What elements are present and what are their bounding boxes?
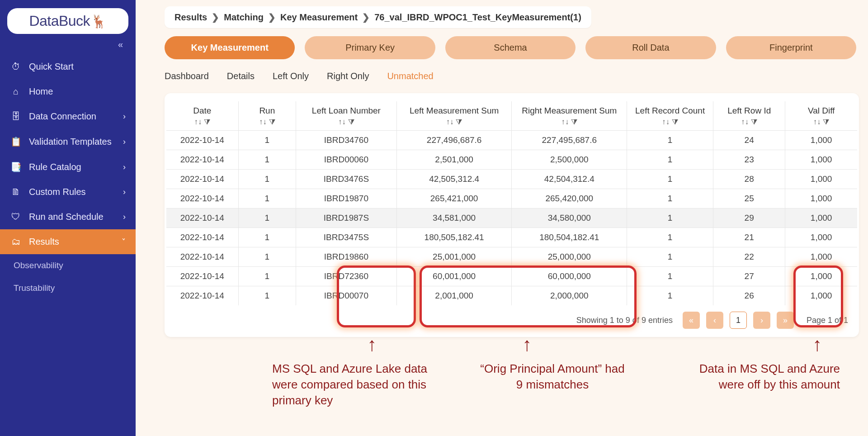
pagination-next-button[interactable]: › <box>753 312 770 329</box>
pill-tab-schema[interactable]: Schema <box>445 36 576 59</box>
table-row[interactable]: 2022-10-141IBRD000602,501,0002,500,00012… <box>166 150 857 170</box>
subtab-dashboard[interactable]: Dashboard <box>165 71 209 81</box>
table-cell: 34,580,000 <box>512 209 627 228</box>
table-cell: 265,421,000 <box>396 189 512 209</box>
pagination-prev-button[interactable]: ‹ <box>706 312 723 329</box>
sidebar-item-validation-templates[interactable]: 📋Validation Templates› <box>0 129 136 154</box>
annotation-text: “Orig Principal Amount” had 9 mismatches <box>476 361 629 393</box>
sidebar-item-rule-catalog[interactable]: 📑Rule Catalog› <box>0 154 136 180</box>
column-header[interactable]: Date↑↓ ⧩ <box>166 101 238 131</box>
table-cell: IBRD3475S <box>296 228 396 247</box>
table-cell: 1 <box>627 170 713 189</box>
column-header-label: Left Row Id <box>716 106 782 116</box>
table-row[interactable]: 2022-10-141IBRD1987S34,581,00034,580,000… <box>166 209 857 228</box>
table-cell: 2,000,000 <box>512 286 627 306</box>
table-cell: 1 <box>627 267 713 286</box>
table-cell: 2022-10-14 <box>166 228 238 247</box>
column-header[interactable]: Right Measurement Sum↑↓ ⧩ <box>512 101 627 131</box>
subtab-unmatched[interactable]: Unmatched <box>387 71 433 81</box>
sidebar-subitem-observability[interactable]: Observability <box>0 254 136 277</box>
table-cell: 2022-10-14 <box>166 131 238 150</box>
table-cell: 1 <box>238 209 296 228</box>
column-header[interactable]: Left Record Count↑↓ ⧩ <box>627 101 713 131</box>
column-header[interactable]: Val Diff↑↓ ⧩ <box>785 101 857 131</box>
pill-tabs: Key MeasurementPrimary KeySchemaRoll Dat… <box>165 36 856 59</box>
sort-filter-icon[interactable]: ↑↓ ⧩ <box>400 118 509 127</box>
table-cell: IBRD19860 <box>296 247 396 267</box>
table-row[interactable]: 2022-10-141IBRD000702,001,0002,000,00012… <box>166 286 857 306</box>
sidebar-item-label: Run and Schedule <box>29 212 104 222</box>
sidebar-item-results[interactable]: 🗂Results˅ <box>0 229 136 254</box>
table-cell: 1 <box>627 131 713 150</box>
subtab-left-only[interactable]: Left Only <box>273 71 309 81</box>
pill-tab-key-measurement[interactable]: Key Measurement <box>165 36 295 59</box>
table-footer: Showing 1 to 9 of 9 entries « ‹ 1 › » Pa… <box>166 305 857 329</box>
table-cell: 227,496,687.6 <box>396 131 512 150</box>
database-icon: 🗄 <box>10 111 22 122</box>
table-cell: 24 <box>713 131 785 150</box>
table-cell: 21 <box>713 228 785 247</box>
sidebar-item-custom-rules[interactable]: 🗎Custom Rules› <box>0 180 136 204</box>
table-cell: 180,504,182.41 <box>512 228 627 247</box>
breadcrumb-item[interactable]: Key Measurement <box>280 12 358 23</box>
table-cell: 1,000 <box>785 286 857 306</box>
table-cell: IBRD1987S <box>296 209 396 228</box>
breadcrumb: Results❯Matching❯Key Measurement❯76_val_… <box>165 6 591 28</box>
table-cell: 2022-10-14 <box>166 209 238 228</box>
sort-filter-icon[interactable]: ↑↓ ⧩ <box>241 118 293 127</box>
subtab-right-only[interactable]: Right Only <box>327 71 369 81</box>
pagination-last-button[interactable]: » <box>777 312 794 329</box>
logo-text: DataBuck🦌 <box>29 13 106 29</box>
column-header-label: Left Loan Number <box>299 106 394 116</box>
subtab-details[interactable]: Details <box>227 71 255 81</box>
table-cell: 1 <box>238 247 296 267</box>
sidebar-item-home[interactable]: ⌂Home <box>0 79 136 104</box>
shield-icon: 🛡 <box>10 212 22 222</box>
sidebar-item-quick-start[interactable]: ⏱Quick Start <box>0 54 136 79</box>
sort-filter-icon[interactable]: ↑↓ ⧩ <box>514 118 624 127</box>
table-row[interactable]: 2022-10-141IBRD3476S42,505,312.442,504,3… <box>166 170 857 189</box>
table-cell: 1,000 <box>785 267 857 286</box>
table-row[interactable]: 2022-10-141IBRD34760227,496,687.6227,495… <box>166 131 857 150</box>
sidebar-item-run-and-schedule[interactable]: 🛡Run and Schedule› <box>0 204 136 229</box>
column-header[interactable]: Left Measurement Sum↑↓ ⧩ <box>396 101 512 131</box>
sort-filter-icon[interactable]: ↑↓ ⧩ <box>299 118 394 127</box>
home-icon: ⌂ <box>10 86 22 97</box>
sort-filter-icon[interactable]: ↑↓ ⧩ <box>169 118 236 127</box>
pill-tab-primary-key[interactable]: Primary Key <box>305 36 435 59</box>
column-header[interactable]: Left Loan Number↑↓ ⧩ <box>296 101 396 131</box>
pill-tab-fingerprint[interactable]: Fingerprint <box>726 36 856 59</box>
sort-filter-icon[interactable]: ↑↓ ⧩ <box>630 118 710 127</box>
sidebar-subitem-trustability[interactable]: Trustability <box>0 277 136 299</box>
logo: DataBuck🦌 <box>7 8 128 34</box>
table-row[interactable]: 2022-10-141IBRD3475S180,505,182.41180,50… <box>166 228 857 247</box>
table-row[interactable]: 2022-10-141IBRD7236060,001,00060,000,000… <box>166 267 857 286</box>
breadcrumb-item[interactable]: Results <box>175 12 207 23</box>
table-cell: 42,504,312.4 <box>512 170 627 189</box>
table-cell: 27 <box>713 267 785 286</box>
sidebar-item-data-connection[interactable]: 🗄Data Connection› <box>0 104 136 129</box>
sort-filter-icon[interactable]: ↑↓ ⧩ <box>788 118 854 127</box>
catalog-icon: 📑 <box>10 161 22 172</box>
sidebar-collapse-button[interactable]: « <box>0 38 136 54</box>
table-row[interactable]: 2022-10-141IBRD1986025,001,00025,000,000… <box>166 247 857 267</box>
breadcrumb-item[interactable]: Matching <box>224 12 264 23</box>
sidebar-item-label: Results <box>29 237 59 247</box>
table-cell: 26 <box>713 286 785 306</box>
table-cell: 1 <box>238 228 296 247</box>
column-header[interactable]: Left Row Id↑↓ ⧩ <box>713 101 785 131</box>
pagination-info: Showing 1 to 9 of 9 entries <box>576 316 673 325</box>
column-header-label: Val Diff <box>788 106 854 116</box>
column-header[interactable]: Run↑↓ ⧩ <box>238 101 296 131</box>
pagination-first-button[interactable]: « <box>683 312 700 329</box>
table-cell: 1 <box>238 150 296 170</box>
table-cell: 28 <box>713 170 785 189</box>
table-cell: 1 <box>627 189 713 209</box>
breadcrumb-separator-icon: ❯ <box>212 12 219 23</box>
table-cell: 1,000 <box>785 170 857 189</box>
table-cell: 1 <box>238 286 296 306</box>
pill-tab-roll-data[interactable]: Roll Data <box>585 36 716 59</box>
chevron-right-icon: › <box>123 212 126 222</box>
sort-filter-icon[interactable]: ↑↓ ⧩ <box>716 118 782 127</box>
table-row[interactable]: 2022-10-141IBRD19870265,421,000265,420,0… <box>166 189 857 209</box>
